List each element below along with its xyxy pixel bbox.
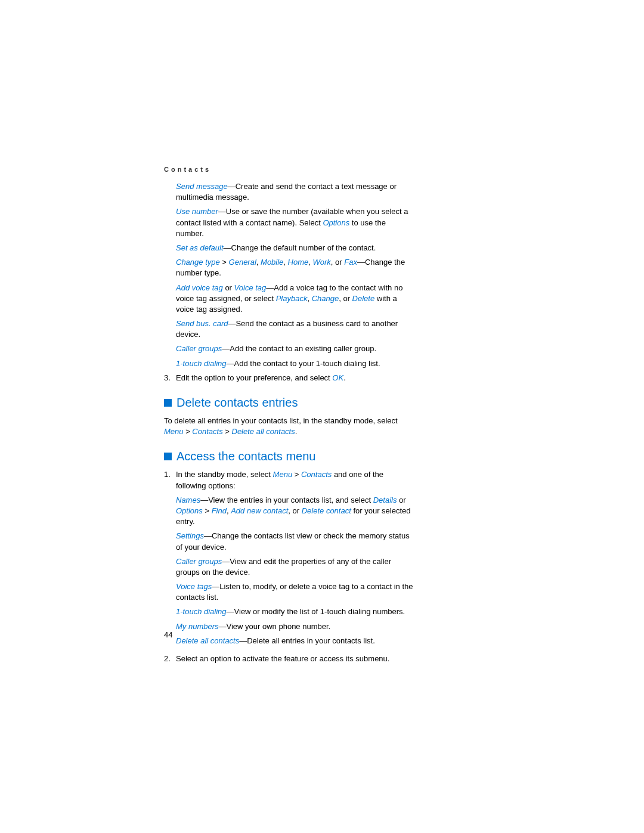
general: General [229,258,256,267]
step-text: Edit the option to your preference, and … [176,373,346,383]
contacts-term: Contacts [301,470,332,479]
mobile: Mobile [261,258,283,267]
term: Change type [176,258,220,267]
term: Set as default [176,243,224,252]
term: Send message [176,182,228,191]
details-term: Details [373,496,397,504]
contacts-term: Contacts [192,427,222,436]
item-caller-groups: Caller groups—Add the contact to an exis… [176,343,414,354]
item-my-numbers: My numbers—View your own phone number. [176,621,414,632]
delete-all-term: Delete all contacts [232,427,295,436]
menu-term: Menu [164,427,184,436]
options-term: Options [176,506,203,515]
term: Send bus. card [176,319,228,328]
term: Voice tags [176,582,212,591]
step-text: Select an option to activate the feature… [176,654,389,664]
delete: Delete [352,294,375,303]
step-number: 2. [164,654,176,664]
item-settings: Settings—Change the contacts list view o… [176,531,414,552]
heading-delete-contacts: Delete contacts entries [164,394,414,411]
term: Settings [176,531,204,540]
term: Delete all contacts [176,636,239,645]
item-1touch-dialing: 1-touch dialing—Add the contact to your … [176,358,414,369]
page-number: 44 [164,630,172,639]
step-number: 1. [164,469,176,650]
term: Caller groups [176,557,222,566]
page-header: Contacts [164,166,211,173]
term: Use number [176,207,218,216]
text: —Change the default number of the contac… [224,243,376,252]
square-bullet-icon [164,453,172,460]
add-new-term: Add new contact [231,506,288,515]
item-1touch-2: 1-touch dialing—View or modify the list … [176,606,414,617]
step-number: 3. [164,373,176,383]
term: 1-touch dialing [176,607,227,616]
term: Caller groups [176,344,222,353]
heading-access-contacts: Access the contacts menu [164,448,414,465]
fax: Fax [344,258,357,267]
menu-term: Menu [273,470,293,479]
options-term: Options [323,218,349,227]
home: Home [288,258,309,267]
document-page: Contacts Send message—Create and send th… [0,0,644,833]
text: —Add the contact to an existing caller g… [222,344,376,353]
item-set-default: Set as default—Change the default number… [176,243,414,253]
item-send-bus-card: Send bus. card—Send the contact as a bus… [176,318,414,340]
item-caller-groups-2: Caller groups—View and edit the properti… [176,556,414,578]
step-3: 3. Edit the option to your preference, a… [164,373,414,383]
step-body: In the standby mode, select Menu > Conta… [176,469,414,650]
item-delete-all: Delete all contacts—Delete all entries i… [176,636,414,646]
term2: Voice tag [234,283,267,292]
term1: Add voice tag [176,283,223,292]
item-use-number: Use number—Use or save the number (avail… [176,206,414,239]
item-voice-tags: Voice tags—Listen to, modify, or delete … [176,581,414,603]
step-2: 2. Select an option to activate the feat… [164,654,414,664]
content-area: Send message—Create and send the contact… [164,181,414,664]
item-change-type: Change type > General, Mobile, Home, Wor… [176,257,414,278]
delete-contacts-paragraph: To delete all entries in your contacts l… [164,416,414,437]
item-names: Names—View the entries in your contacts … [176,495,414,528]
ok-term: OK [332,373,343,382]
heading-text: Delete contacts entries [177,394,298,411]
playback: Playback [276,294,308,303]
step1-intro: In the standby mode, select Menu > Conta… [176,469,414,491]
work: Work [313,258,331,267]
text: —Add the contact to your 1-touch dialing… [227,359,380,368]
change: Change [312,294,339,303]
find-term: Find [212,506,227,515]
square-bullet-icon [164,399,172,407]
item-send-message: Send message—Create and send the contact… [176,181,414,203]
heading-text: Access the contacts menu [177,448,315,465]
step-1: 1. In the standby mode, select Menu > Co… [164,469,414,650]
term: Names [176,496,200,504]
delete-contact-term: Delete contact [302,506,351,515]
term: 1-touch dialing [176,359,227,368]
gt: > [220,258,229,267]
term: My numbers [176,622,219,631]
item-add-voice-tag: Add voice tag or Voice tag—Add a voice t… [176,283,414,315]
